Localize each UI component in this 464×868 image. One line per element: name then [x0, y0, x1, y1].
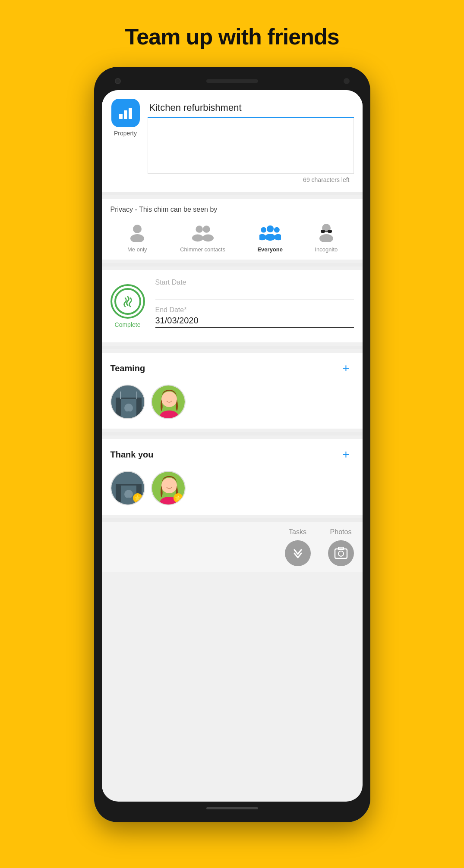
photo-icon — [333, 545, 349, 561]
thank-you-add-button[interactable]: + — [338, 447, 354, 462]
svg-point-4 — [130, 234, 144, 242]
complete-label: Complete — [115, 321, 141, 328]
svg-rect-40 — [335, 549, 347, 558]
svg-point-36 — [123, 498, 134, 505]
incognito-icon — [316, 221, 337, 243]
page-title: Team up with friends — [116, 0, 347, 67]
start-date-field[interactable]: Start Date — [155, 279, 354, 300]
avatar-2-img — [152, 385, 186, 419]
divider-1 — [102, 192, 363, 195]
privacy-options: Me only Chimmer contacts — [110, 221, 354, 253]
tasks-tab-icon — [285, 540, 311, 566]
svg-point-41 — [338, 551, 344, 556]
end-date-value: 31/03/2020 — [155, 316, 354, 328]
description-textarea[interactable] — [148, 118, 354, 174]
svg-point-29 — [161, 392, 177, 407]
svg-point-7 — [203, 226, 210, 233]
avatar-1-img — [111, 385, 145, 419]
thank-you-avatars: ⭐ ⭐ — [110, 469, 354, 507]
privacy-option-incognito[interactable]: Incognito — [315, 221, 338, 253]
thank-you-title: Thank you — [110, 450, 154, 460]
svg-rect-32 — [116, 485, 121, 502]
dates-fields: Start Date End Date* 31/03/2020 — [155, 279, 354, 334]
privacy-option-me-only[interactable]: Me only — [126, 221, 148, 253]
teaming-add-button[interactable]: + — [338, 360, 354, 376]
me-only-label: Me only — [127, 246, 147, 253]
svg-point-19 — [319, 234, 333, 242]
svg-rect-23 — [116, 398, 142, 399]
complete-circle — [110, 284, 145, 319]
svg-point-13 — [274, 227, 280, 233]
bar-chart-icon — [117, 104, 134, 122]
privacy-option-everyone[interactable]: Everyone — [257, 221, 283, 253]
svg-point-9 — [261, 227, 266, 233]
phone-screen: Property 69 characters left Privacy - Th… — [102, 90, 363, 802]
thank-you-avatar-2: ⭐ — [151, 471, 186, 505]
app-icon-container: Property — [110, 99, 141, 137]
complete-inner — [114, 288, 141, 315]
svg-point-35 — [124, 490, 133, 498]
photos-tab[interactable]: Photos — [328, 528, 354, 566]
thank-you-header: Thank you + — [110, 447, 354, 462]
privacy-option-chimmer[interactable]: Chimmer contacts — [180, 221, 225, 253]
thank-you-badge-1: ⭐ — [133, 493, 142, 503]
svg-point-27 — [123, 411, 134, 418]
title-input[interactable] — [148, 99, 354, 118]
teaming-avatar-1 — [110, 385, 145, 419]
thank-you-avatar-1: ⭐ — [110, 471, 145, 505]
privacy-label: Privacy - This chim can be seen by — [110, 206, 354, 213]
svg-point-14 — [274, 234, 281, 241]
title-input-area: 69 characters left — [148, 99, 354, 188]
svg-point-26 — [124, 404, 133, 412]
everyone-label: Everyone — [257, 246, 283, 253]
incognito-label: Incognito — [315, 246, 338, 253]
teaming-avatars — [110, 383, 354, 421]
phone-speaker — [206, 79, 258, 83]
thank-you-badge-2: ⭐ — [174, 493, 183, 503]
app-icon-label: Property — [114, 130, 137, 137]
complete-status: Complete — [110, 284, 145, 328]
svg-rect-24 — [120, 392, 121, 399]
teaming-avatar-2 — [151, 385, 186, 419]
svg-point-11 — [267, 226, 274, 232]
phone-frame: Property 69 characters left Privacy - Th… — [94, 67, 370, 822]
svg-rect-17 — [328, 230, 332, 233]
photos-tab-icon — [328, 540, 354, 566]
svg-point-5 — [196, 226, 203, 233]
svg-point-3 — [133, 225, 142, 233]
teaming-section: Teaming + — [102, 353, 363, 429]
teaming-title: Teaming — [110, 363, 145, 373]
svg-rect-21 — [116, 398, 121, 416]
start-date-value — [155, 288, 354, 300]
complete-waves-icon — [120, 293, 136, 310]
chimmer-contacts-icon — [192, 221, 214, 243]
chimmer-contacts-label: Chimmer contacts — [180, 246, 225, 253]
privacy-section: Privacy - This chim can be seen by Me on… — [102, 199, 363, 260]
svg-rect-0 — [119, 114, 123, 119]
app-header: Property 69 characters left — [102, 90, 363, 192]
svg-rect-1 — [124, 110, 127, 119]
me-only-icon — [126, 221, 148, 243]
char-count: 69 characters left — [148, 174, 354, 188]
svg-rect-16 — [321, 230, 325, 233]
svg-rect-2 — [129, 108, 132, 119]
svg-rect-25 — [136, 392, 137, 399]
photos-tab-label: Photos — [330, 528, 352, 536]
end-date-field[interactable]: End Date* 31/03/2020 — [155, 306, 354, 328]
svg-point-8 — [202, 235, 214, 242]
start-date-label: Start Date — [155, 279, 354, 286]
svg-point-38 — [161, 478, 177, 493]
divider-3 — [102, 346, 363, 349]
tasks-tab[interactable]: Tasks — [285, 528, 311, 566]
phone-top-bar — [102, 75, 363, 90]
double-chevron-icon — [290, 545, 306, 561]
svg-rect-34 — [116, 484, 142, 486]
tasks-tab-label: Tasks — [289, 528, 306, 536]
everyone-icon — [259, 221, 281, 243]
svg-point-6 — [192, 235, 203, 242]
phone-bottom — [102, 802, 363, 815]
svg-rect-22 — [136, 398, 142, 416]
app-icon[interactable] — [111, 99, 140, 127]
bottom-bar: Tasks Photos — [102, 522, 363, 572]
home-indicator — [206, 807, 258, 809]
